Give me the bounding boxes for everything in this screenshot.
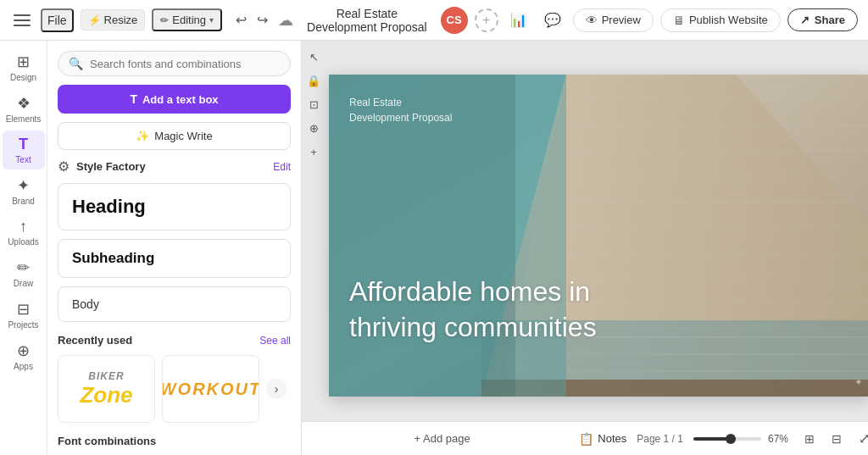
- page-info: Page 1 / 1: [637, 433, 683, 445]
- font-thumb-next-button[interactable]: ›: [266, 379, 287, 399]
- search-input[interactable]: [90, 58, 280, 70]
- zoom-control[interactable]: 67%: [693, 433, 788, 445]
- menu-icon[interactable]: [10, 8, 34, 32]
- share-label: Share: [815, 14, 845, 26]
- sidebar-item-uploads[interactable]: ↑ Uploads: [3, 213, 45, 252]
- search-box[interactable]: 🔍: [58, 51, 291, 76]
- publish-website-button[interactable]: 🖥 Publish Website: [660, 8, 781, 32]
- elements-icon: ❖: [17, 94, 31, 113]
- editing-label: Editing: [172, 14, 206, 26]
- sidebar-item-label: Uploads: [8, 237, 39, 247]
- design-icon: ⊞: [17, 53, 30, 71]
- add-page-button[interactable]: + Add page: [315, 432, 569, 445]
- slide-main-text[interactable]: Affordable homes in thriving communities: [349, 275, 637, 345]
- canvas-wrapper: Real Estate Development Proposal Afforda…: [302, 41, 868, 421]
- resize-button[interactable]: ⚡ Resize: [81, 9, 146, 31]
- recently-used-title: Recently used: [58, 334, 132, 347]
- add-textbox-button[interactable]: T Add a text box: [58, 85, 291, 114]
- undo-button[interactable]: ↩: [232, 8, 250, 31]
- font-thumbnails: BIKER Zone WORKOUT ›: [58, 355, 291, 423]
- document-title: Real Estate Development Proposal: [300, 7, 434, 34]
- style-factory-header: ⚙ Style Factory Edit: [58, 158, 291, 175]
- pencil-icon: ✏: [160, 14, 169, 26]
- zoom-slider[interactable]: [693, 437, 761, 441]
- editing-button[interactable]: ✏ Editing ▾: [152, 8, 222, 31]
- resize-label: Resize: [104, 14, 138, 26]
- chart-icon[interactable]: 📊: [505, 7, 532, 34]
- slide-label-line1: Real Estate: [349, 95, 452, 110]
- sidebar-item-text[interactable]: T Text: [3, 130, 45, 169]
- file-menu-button[interactable]: File: [41, 8, 74, 32]
- heading-style-button[interactable]: Heading: [58, 183, 291, 230]
- sidebar-item-label: Draw: [14, 279, 33, 288]
- share-button[interactable]: ↗ Share: [787, 8, 858, 31]
- biker-zone-preview: BIKER Zone: [80, 370, 132, 408]
- icon-sidebar: ⊞ Design ❖ Elements T Text ✦ Brand ↑ Upl…: [0, 41, 47, 455]
- edge-position-icon[interactable]: ⊡: [304, 95, 323, 114]
- notes-icon: 📋: [579, 432, 593, 446]
- style-factory-edit-button[interactable]: Edit: [273, 161, 291, 173]
- redo-button[interactable]: ↪: [253, 8, 271, 31]
- publish-label: Publish Website: [689, 14, 768, 26]
- font-thumb-biker-zone[interactable]: BIKER Zone: [58, 355, 155, 423]
- sidebar-item-label: Brand: [12, 197, 35, 206]
- style-factory-title: Style Factory: [76, 160, 146, 173]
- sidebar-item-brand[interactable]: ✦ Brand: [3, 171, 45, 211]
- text-icon: T: [19, 136, 28, 153]
- text-panel: 🔍 T Add a text box ✨ Magic Write ⚙ Style…: [47, 41, 302, 455]
- magic-icon: ✨: [136, 130, 149, 142]
- slide-label: Real Estate Development Proposal: [349, 95, 452, 125]
- grid-view-button[interactable]: ⊞: [798, 428, 821, 450]
- edge-select-icon[interactable]: ↖: [304, 47, 323, 66]
- font-combinations-title: Font combinations: [58, 435, 291, 447]
- sidebar-item-design[interactable]: ⊞ Design: [3, 47, 45, 87]
- uploads-icon: ↑: [19, 218, 27, 236]
- status-bar: + Add page 📋 Notes Page 1 / 1 67% ⊞ ⊟ ⤢: [302, 421, 868, 455]
- workout-preview: WORKOUT: [162, 380, 259, 399]
- add-textbox-label: Add a text box: [142, 93, 219, 106]
- notes-label: Notes: [598, 432, 626, 445]
- tile-view-button[interactable]: ⊟: [826, 428, 848, 450]
- sidebar-item-label: Text: [15, 155, 31, 164]
- eye-icon: 👁: [586, 14, 598, 27]
- sidebar-item-label: Elements: [6, 114, 42, 124]
- font-thumb-workout[interactable]: WORKOUT: [162, 355, 259, 423]
- fullscreen-button[interactable]: ⤢: [853, 428, 868, 450]
- sidebar-item-draw[interactable]: ✏ Draw: [3, 253, 45, 293]
- add-collaborator-button[interactable]: +: [475, 8, 498, 32]
- sidebar-item-elements[interactable]: ❖ Elements: [3, 89, 45, 129]
- magic-write-button[interactable]: ✨ Magic Write: [58, 122, 291, 150]
- body-style-button[interactable]: Body: [58, 286, 291, 322]
- toolbar: File ⚡ Resize ✏ Editing ▾ ↩ ↪ ☁ Real Est…: [0, 0, 868, 41]
- publish-icon: 🖥: [673, 14, 685, 27]
- preview-button[interactable]: 👁 Preview: [573, 8, 654, 32]
- magic-write-label: Magic Write: [154, 130, 212, 142]
- avatar[interactable]: CS: [441, 7, 468, 34]
- slide-label-line2: Development Proposal: [349, 110, 452, 125]
- edge-toolbar: ↖ 🔒 ⊡ ⊕ +: [302, 41, 326, 421]
- edge-lock-icon[interactable]: 🔒: [304, 71, 323, 90]
- preview-label: Preview: [602, 14, 641, 26]
- edge-layers-icon[interactable]: ⊕: [304, 119, 323, 137]
- zoom-percentage: 67%: [768, 433, 788, 445]
- see-all-button[interactable]: See all: [259, 335, 291, 347]
- sidebar-item-apps[interactable]: ⊕ Apps: [3, 336, 45, 376]
- recently-used-header: Recently used See all: [58, 334, 291, 347]
- draw-icon: ✏: [17, 258, 30, 277]
- subheading-style-button[interactable]: Subheading: [58, 239, 291, 278]
- lightning-icon: ⚡: [88, 14, 101, 26]
- zoom-slider-thumb[interactable]: [726, 434, 736, 444]
- canvas-area: ↖ 🔒 ⊡ ⊕ +: [302, 41, 868, 455]
- projects-icon: ⊟: [17, 300, 30, 319]
- undo-redo-group: ↩ ↪: [232, 8, 271, 31]
- apps-icon: ⊕: [17, 341, 30, 360]
- view-buttons: ⊞ ⊟ ⤢: [798, 428, 868, 450]
- notes-button[interactable]: 📋 Notes: [579, 432, 626, 446]
- sidebar-item-label: Design: [10, 73, 36, 82]
- main-content: ⊞ Design ❖ Elements T Text ✦ Brand ↑ Upl…: [0, 41, 868, 455]
- cloud-save-icon: ☁: [278, 11, 293, 30]
- edge-add-icon[interactable]: +: [304, 142, 323, 161]
- canvas-slide[interactable]: Real Estate Development Proposal Afforda…: [329, 75, 868, 397]
- sidebar-item-projects[interactable]: ⊟ Projects: [3, 295, 45, 335]
- comment-icon[interactable]: 💬: [539, 7, 566, 34]
